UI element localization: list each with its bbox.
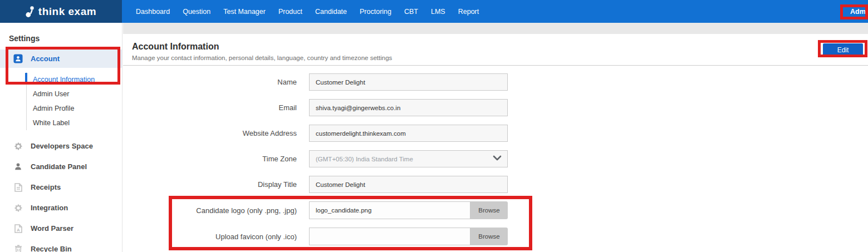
settings-sidebar: Settings Account Account Information Adm… xyxy=(0,23,122,252)
nav-item-test-manager[interactable]: Test Manager xyxy=(223,8,266,16)
nav-item-product[interactable]: Product xyxy=(278,8,302,16)
sidebar-item-recycle-bin[interactable]: Recycle Bin xyxy=(0,239,122,252)
sidebar-subitem-account-information[interactable]: Account Information xyxy=(27,72,122,87)
upload-favicon-label: Upload favicon (only .ico) xyxy=(123,233,297,241)
settings-heading: Settings xyxy=(0,23,122,50)
nav-item-question[interactable]: Question xyxy=(183,8,210,16)
sidebar-item-receipts-label: Receipts xyxy=(31,183,61,191)
email-input[interactable] xyxy=(309,99,508,116)
form-row-email: Email xyxy=(123,99,868,116)
display-title-label: Display Title xyxy=(123,180,297,189)
account-information-form: Name Email Website Address Time Zone (GM… xyxy=(123,73,868,245)
timezone-selected-value: (GMT+05:30) India Standard Time xyxy=(316,156,413,162)
edit-button[interactable]: Edit xyxy=(823,43,863,56)
nav-item-cbt[interactable]: CBT xyxy=(404,8,418,16)
active-indicator xyxy=(25,73,27,85)
integration-gear-icon xyxy=(13,204,23,213)
main-content: Account Information Manage your contact … xyxy=(123,23,868,252)
sidebar-item-word-parser[interactable]: A Word Parser xyxy=(0,218,122,239)
form-row-website-address: Website Address xyxy=(123,125,868,142)
sidebar-item-recycle-bin-label: Recycle Bin xyxy=(31,245,72,252)
page-subtitle: Manage your contact information, persona… xyxy=(132,55,868,61)
nav-item-dashboard[interactable]: Dashboard xyxy=(136,8,170,16)
form-row-upload-favicon: Upload favicon (only .ico) Browse xyxy=(123,228,868,245)
nav-item-proctoring[interactable]: Proctoring xyxy=(360,8,391,16)
sidebar-item-candidate-panel-label: Candidate Panel xyxy=(31,162,87,171)
word-document-icon: A xyxy=(13,224,23,233)
name-input[interactable] xyxy=(309,73,508,91)
form-row-timezone: Time Zone (GMT+05:30) India Standard Tim… xyxy=(123,150,868,167)
display-title-input[interactable] xyxy=(309,176,508,193)
svg-text:A: A xyxy=(17,228,20,233)
brand-logo[interactable]: think exam xyxy=(0,0,122,23)
nav-item-lms[interactable]: LMS xyxy=(431,8,445,16)
sidebar-item-integration[interactable]: Integration xyxy=(0,197,122,218)
form-row-name: Name xyxy=(123,73,868,91)
form-row-display-title: Display Title xyxy=(123,176,868,193)
header-divider xyxy=(123,65,868,66)
brand-logo-text: think exam xyxy=(38,6,96,18)
website-address-label: Website Address xyxy=(123,129,297,137)
sidebar-item-integration-label: Integration xyxy=(31,204,68,212)
sidebar-subitem-admin-profile[interactable]: Admin Profile xyxy=(27,101,122,116)
account-submenu: Account Information Admin User Admin Pro… xyxy=(26,72,122,130)
content-header: Account Information Manage your contact … xyxy=(123,34,868,65)
sidebar-subitem-admin-profile-label: Admin Profile xyxy=(33,105,74,112)
chevron-down-icon xyxy=(493,155,502,161)
sidebar-subitem-admin-user[interactable]: Admin User xyxy=(27,87,122,101)
sidebar-subitem-account-information-label: Account Information xyxy=(33,76,95,83)
sidebar-subitem-white-label-label: White Label xyxy=(33,119,70,127)
sidebar-item-developers-space[interactable]: Developers Space xyxy=(0,136,122,156)
sidebar-item-receipts[interactable]: Receipts xyxy=(0,177,122,197)
brand-logo-icon xyxy=(26,6,35,18)
candidate-logo-file-group: Browse xyxy=(309,201,508,219)
sidebar-item-account-label: Account xyxy=(31,55,60,63)
top-nav-bar: think exam Dashboard Question Test Manag… xyxy=(0,0,868,23)
trash-icon xyxy=(13,245,23,252)
form-row-candidate-logo: Candidate logo (only .png, .jpg) Browse xyxy=(123,201,868,219)
website-address-input[interactable] xyxy=(309,125,508,142)
main-navigation: Dashboard Question Test Manager Product … xyxy=(136,8,479,16)
page-title: Account Information xyxy=(132,42,868,52)
gear-icon xyxy=(13,142,23,151)
name-label: Name xyxy=(123,78,297,86)
receipt-icon xyxy=(13,183,23,192)
upload-favicon-file-group: Browse xyxy=(309,228,508,245)
sidebar-item-word-parser-label: Word Parser xyxy=(31,224,73,233)
candidate-logo-browse-button[interactable]: Browse xyxy=(470,201,508,219)
sidebar-item-account[interactable]: Account xyxy=(0,50,122,68)
email-label: Email xyxy=(123,103,297,112)
timezone-select[interactable]: (GMT+05:30) India Standard Time xyxy=(309,150,508,167)
nav-item-candidate[interactable]: Candidate xyxy=(315,8,347,16)
content-top-band xyxy=(123,23,868,34)
upload-favicon-browse-button[interactable]: Browse xyxy=(470,228,508,245)
candidate-logo-input[interactable] xyxy=(309,201,470,219)
sidebar-subitem-admin-user-label: Admin User xyxy=(33,90,69,98)
candidate-logo-label: Candidate logo (only .png, .jpg) xyxy=(123,206,297,215)
sidebar-item-developers-space-label: Developers Space xyxy=(31,142,93,150)
nav-item-report[interactable]: Report xyxy=(458,8,479,16)
timezone-label: Time Zone xyxy=(123,155,297,163)
account-badge-icon xyxy=(13,54,23,63)
admin-menu[interactable]: Admin xyxy=(850,0,868,23)
person-icon xyxy=(13,162,23,171)
sidebar-subitem-white-label[interactable]: White Label xyxy=(27,116,122,130)
sidebar-item-candidate-panel[interactable]: Candidate Panel xyxy=(0,156,122,177)
upload-favicon-input[interactable] xyxy=(309,228,470,245)
